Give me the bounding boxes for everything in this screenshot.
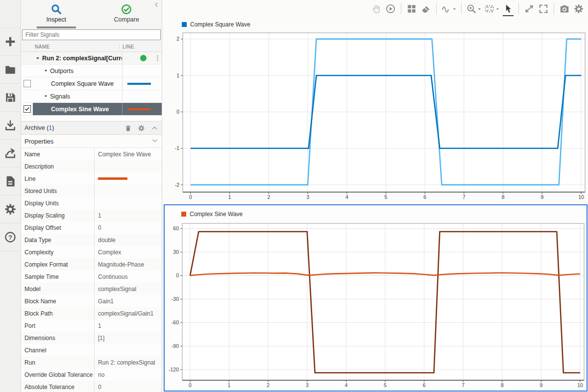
property-value-cell[interactable] xyxy=(94,197,162,209)
property-row-line: Line xyxy=(21,172,162,185)
trash-icon[interactable] xyxy=(124,124,132,132)
property-row-display-units: Display Units xyxy=(21,197,162,209)
property-row-override-global-tolerance: Override Global Tolerance no xyxy=(21,368,162,381)
group-label: Outports xyxy=(50,68,74,74)
settings-icon xyxy=(573,3,584,14)
property-row-dimensions: Dimensions [1] xyxy=(21,332,162,344)
filter-signals-input[interactable] xyxy=(22,29,161,40)
property-value-cell[interactable]: double xyxy=(94,234,162,246)
eraser-button[interactable] xyxy=(419,1,433,16)
tree-signal-complex-sine-wave[interactable]: Complex Sine Wave xyxy=(21,103,162,116)
kebab-menu-icon[interactable] xyxy=(154,54,161,62)
tree-signal-complex-square-wave[interactable]: Complex Square Wave xyxy=(21,77,162,90)
fit-view-button[interactable] xyxy=(483,1,501,16)
caret-down-icon[interactable] xyxy=(44,69,48,73)
property-row-channel: Channel xyxy=(21,344,162,356)
plot-region[interactable]: 01234567891060300-30-60-90-120 xyxy=(165,221,587,391)
property-row-block-name: Block Name Gain1 xyxy=(21,295,162,307)
property-value-cell[interactable]: 1 xyxy=(94,319,162,332)
settings-button[interactable] xyxy=(572,1,586,16)
sidebar-tabs: Inspect Compare xyxy=(21,0,162,28)
property-value-cell[interactable]: complexSignal/Gain1 xyxy=(94,307,162,319)
save-button[interactable] xyxy=(0,84,21,112)
import-button[interactable] xyxy=(0,112,21,140)
camera-icon xyxy=(559,3,570,14)
dropdown-caret-icon[interactable] xyxy=(477,7,482,11)
toolbar-separator xyxy=(436,3,437,15)
caret-down-icon[interactable] xyxy=(44,94,48,98)
property-value: Run 2: complexSignal xyxy=(98,359,155,366)
tab-inspect[interactable]: Inspect xyxy=(21,0,92,28)
report-button[interactable] xyxy=(0,168,21,196)
subplot-complex-square-wave[interactable]: Complex Square Wave 012345678910210-1-2 xyxy=(165,19,588,202)
open-folder-button[interactable] xyxy=(0,56,21,84)
export-button[interactable] xyxy=(0,140,21,168)
property-label: Complex Format xyxy=(21,258,94,270)
property-value-cell[interactable]: Run 2: complexSignal xyxy=(94,356,162,368)
line-style-swatch[interactable] xyxy=(127,83,151,85)
settings-button[interactable] xyxy=(0,196,21,223)
import-icon xyxy=(4,119,17,132)
property-value-cell[interactable]: Continuous xyxy=(94,270,162,283)
layout-grid-button[interactable] xyxy=(405,1,418,16)
tree-group-signals[interactable]: Signals xyxy=(21,90,162,103)
property-row-sample-time: Sample Time Continuous xyxy=(21,270,162,283)
svg-text:6: 6 xyxy=(423,382,426,388)
plot-region[interactable]: 012345678910210-1-2 xyxy=(165,30,588,202)
zoom-in-button[interactable] xyxy=(465,1,483,16)
line-color-swatch[interactable] xyxy=(98,177,127,180)
archive-section-header[interactable]: Archive (1) xyxy=(21,121,162,135)
property-row-run: Run Run 2: complexSignal xyxy=(21,356,162,368)
property-value-cell[interactable]: complexSignal xyxy=(94,283,162,295)
property-value-cell[interactable] xyxy=(94,344,162,356)
svg-text:1: 1 xyxy=(228,194,231,200)
signal-wave-icon xyxy=(441,3,452,14)
property-value-cell[interactable]: Complex xyxy=(94,246,162,258)
property-value-cell[interactable] xyxy=(94,160,162,172)
property-value-cell[interactable]: Complex Sine Wave xyxy=(94,148,162,160)
property-value: Complex xyxy=(98,249,121,256)
toolbar-separator xyxy=(554,3,554,15)
dropdown-caret-icon[interactable] xyxy=(452,7,457,11)
collapse-left-panel-icon[interactable] xyxy=(153,1,160,10)
caret-down-icon[interactable] xyxy=(35,56,40,61)
subplot-complex-sine-wave-selected[interactable]: Complex Sine Wave 01234567891060300-30-6… xyxy=(164,204,588,392)
fullscreen-button[interactable] xyxy=(537,1,550,16)
tab-compare[interactable]: Compare xyxy=(92,0,162,28)
help-button[interactable]: ? xyxy=(0,223,21,251)
svg-text:8: 8 xyxy=(501,382,504,388)
svg-text:4: 4 xyxy=(345,194,348,200)
property-value-cell[interactable] xyxy=(94,172,162,185)
properties-header[interactable]: Properties xyxy=(21,135,162,148)
expand-diagonal-button[interactable] xyxy=(522,1,536,16)
dropdown-caret-icon[interactable] xyxy=(495,7,500,11)
chevron-up-icon[interactable] xyxy=(151,124,158,132)
property-label: Name xyxy=(21,148,94,160)
property-label: Display Units xyxy=(21,197,94,209)
property-value-cell[interactable] xyxy=(94,185,162,197)
property-value-cell[interactable]: [1] xyxy=(94,332,162,344)
property-row-model: Model complexSignal xyxy=(21,283,162,295)
add-button[interactable] xyxy=(0,28,21,56)
camera-button[interactable] xyxy=(558,1,571,16)
svg-text:-2: -2 xyxy=(175,182,179,188)
replay-button[interactable] xyxy=(384,1,397,16)
property-value-cell[interactable]: 0 xyxy=(94,381,162,392)
tree-row-run-2-complexsignal-current[interactable]: Run 2: complexSignal[Current] xyxy=(21,52,162,65)
chevron-down-icon[interactable] xyxy=(151,137,158,146)
settings-icon[interactable] xyxy=(138,124,145,132)
property-value-cell[interactable]: Gain1 xyxy=(94,295,162,307)
property-value-cell[interactable]: 1 xyxy=(94,209,162,221)
property-label: Block Path xyxy=(21,307,94,319)
signal-wave-button[interactable] xyxy=(440,1,458,16)
signal-checkbox[interactable] xyxy=(24,105,31,113)
property-value-cell[interactable]: 0 xyxy=(94,221,162,234)
signal-checkbox[interactable] xyxy=(24,80,31,87)
line-style-swatch[interactable] xyxy=(127,108,151,110)
svg-text:-90: -90 xyxy=(172,343,179,349)
property-value-cell[interactable]: no xyxy=(94,368,162,381)
tree-group-outports[interactable]: Outports xyxy=(21,65,162,77)
property-value-cell[interactable]: Magnitude-Phase xyxy=(94,258,162,270)
plot-area: Complex Square Wave 012345678910210-1-2 … xyxy=(162,0,588,392)
cursor-button[interactable] xyxy=(501,1,515,16)
